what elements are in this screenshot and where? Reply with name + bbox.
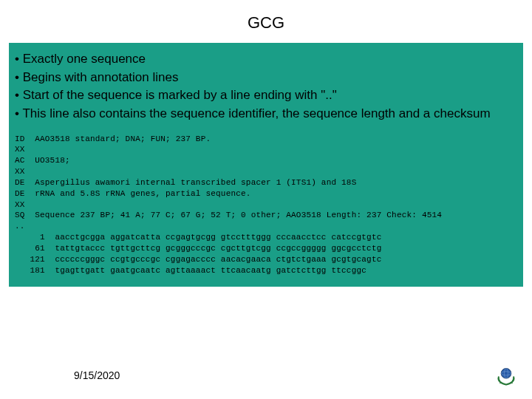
bullet-item: • Begins with annotation lines [15, 69, 517, 87]
footer-date: 9/15/2020 [74, 369, 120, 381]
seq-line: 1 aacctgcgga aggatcatta ccgagtgcgg gtcct… [15, 233, 381, 242]
bullet-item: • Exactly one sequence [15, 50, 517, 69]
content-panel: • Exactly one sequence • Begins with ann… [9, 43, 523, 287]
bullet-text: This line also contains the sequence ide… [22, 106, 490, 120]
bullet-text: Begins with annotation lines [23, 70, 179, 84]
logo-icon [494, 362, 519, 387]
bullet-item: • This line also contains the sequence i… [15, 105, 517, 123]
seq-line: XX [15, 200, 25, 209]
seq-line: 61 tattgtaccc tgttgcttcg gcgggcccgc cgct… [15, 244, 381, 253]
seq-line: SQ Sequence 237 BP; 41 A; 77 C; 67 G; 52… [15, 211, 442, 219]
seq-line: DE Aspergillus awamori internal transcri… [15, 178, 356, 187]
seq-line: XX [15, 167, 25, 176]
bullet-item: • Start of the sequence is marked by a l… [15, 86, 517, 105]
seq-line: 121 ccccccgggc ccgtgcccgc cggagacccc aac… [15, 255, 381, 264]
seq-line: .. [15, 222, 25, 231]
seq-line: 181 tgagttgatt gaatgcaatc agttaaaact ttc… [15, 266, 366, 275]
bullet-list: • Exactly one sequence • Begins with ann… [15, 50, 517, 123]
seq-line: XX [15, 145, 25, 154]
page-title: GCG [0, 0, 532, 43]
globe-wreath-icon [494, 362, 519, 387]
bullet-text: Start of the sequence is marked by a lin… [23, 88, 337, 102]
bullet-text: Exactly one sequence [23, 52, 146, 66]
seq-line: DE rRNA and 5.8S rRNA genes, partial seq… [15, 189, 251, 198]
seq-line: AC UO3518; [15, 156, 70, 165]
svg-point-0 [501, 369, 511, 379]
seq-line: ID AAO3518 standard; DNA; FUN; 237 BP. [15, 134, 211, 143]
sequence-block: ID AAO3518 standard; DNA; FUN; 237 BP. X… [15, 134, 517, 276]
